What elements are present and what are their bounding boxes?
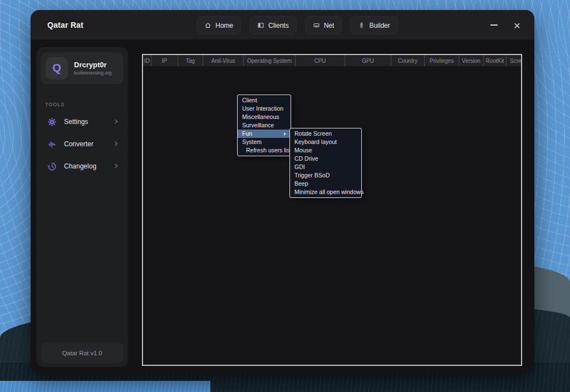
equalizer-icon: [45, 137, 58, 151]
nav-button-label: Builder: [369, 22, 390, 29]
submenu-arrow-icon: [284, 132, 286, 136]
submenu-item-gdi[interactable]: GDI: [290, 163, 361, 171]
submenu-item-cd-drive[interactable]: CD Drive: [290, 155, 361, 163]
close-icon: ×: [514, 19, 520, 31]
app-window: Qatar Rat Home Clients Net Builder: [31, 10, 534, 374]
nav-button-label: Clients: [268, 22, 289, 29]
home-icon: [204, 22, 212, 29]
tools-section-label: TOOLS: [45, 102, 65, 107]
profile-name: Drcrypt0r: [74, 61, 112, 69]
column-header-screen[interactable]: Screen: [507, 55, 521, 66]
history-icon: [45, 160, 58, 173]
column-header-ip[interactable]: IP: [151, 55, 178, 66]
profile-card: Q Drcrypt0r toolsreversing.org: [41, 52, 124, 84]
titlebar: Qatar Rat Home Clients Net Builder: [31, 10, 534, 40]
minimize-button[interactable]: [488, 19, 500, 31]
menu-item-user-interaction[interactable]: User Interaction: [238, 105, 291, 113]
nav-button-clients[interactable]: Clients: [249, 16, 297, 34]
builder-icon: [358, 22, 365, 29]
minimize-icon: [490, 24, 498, 26]
submenu-item-rotate-screen[interactable]: Rotate Screen: [290, 130, 361, 138]
menu-item-label: Fun: [242, 130, 252, 138]
nav-bar: Home Clients Net Builder: [196, 16, 398, 34]
column-header-privileges[interactable]: Privileges: [425, 55, 459, 66]
menu-item-fun[interactable]: Fun: [238, 130, 291, 138]
submenu-item-keyboard-layout[interactable]: Keyboard layout: [290, 138, 361, 146]
chevron-right-icon: [113, 139, 119, 149]
gear-icon: [45, 115, 58, 128]
close-button[interactable]: ×: [511, 19, 523, 31]
net-icon: [313, 22, 320, 29]
nav-button-label: Net: [324, 22, 335, 29]
column-header-antivirus[interactable]: Anti-Virus: [203, 55, 244, 66]
submenu-item-mouse[interactable]: Mouse: [290, 146, 361, 155]
column-header-tag[interactable]: Tag: [178, 55, 203, 66]
window-controls: ×: [488, 10, 523, 40]
profile-text: Drcrypt0r toolsreversing.org: [74, 61, 112, 76]
sidebar: Q Drcrypt0r toolsreversing.org TOOLS Set…: [36, 47, 128, 367]
menu-item-system[interactable]: System: [238, 138, 291, 146]
chevron-right-icon: [113, 117, 119, 127]
nav-button-builder[interactable]: Builder: [350, 16, 397, 34]
client-table-header: ID IP Tag Anti-Virus Operating System CP…: [143, 55, 521, 66]
menu-item-client[interactable]: Client: [238, 96, 291, 105]
sidebar-item-converter[interactable]: Converter: [40, 133, 125, 155]
avatar: Q: [46, 57, 68, 80]
submenu-item-trigger-bsod[interactable]: Trigger BSoD: [290, 171, 361, 180]
column-header-version[interactable]: Version: [459, 55, 484, 66]
clients-icon: [257, 22, 264, 29]
client-list-panel: ID IP Tag Anti-Virus Operating System CP…: [142, 54, 522, 366]
menu-item-surveillance[interactable]: Surveillance: [238, 121, 291, 130]
version-footer: Qatar Rat v1.0: [41, 343, 124, 363]
submenu-item-minimize-all-windows[interactable]: Minimize all open windows: [290, 188, 361, 196]
column-header-id[interactable]: ID: [143, 55, 151, 66]
menu-item-miscellaneous[interactable]: Miscellaneous: [238, 113, 291, 121]
fun-submenu: Rotate Screen Keyboard layout Mouse CD D…: [289, 128, 362, 198]
profile-subtitle: toolsreversing.org: [74, 70, 112, 76]
sidebar-item-label: Settings: [64, 118, 113, 126]
chevron-right-icon: [113, 161, 119, 171]
sidebar-item-changelog[interactable]: Changelog: [40, 155, 125, 177]
sidebar-item-label: Converter: [64, 140, 113, 148]
window-title: Qatar Rat: [47, 21, 83, 29]
column-header-cpu[interactable]: CPU: [296, 55, 345, 66]
column-header-rootkit[interactable]: RootKit: [484, 55, 507, 66]
column-header-gpu[interactable]: GPU: [345, 55, 391, 66]
column-header-os[interactable]: Operating System: [244, 55, 296, 66]
nav-button-home[interactable]: Home: [196, 16, 241, 34]
context-menu: Client User Interaction Miscellaneous Su…: [237, 95, 291, 156]
background-shore: [0, 381, 210, 392]
sidebar-items: Settings Converter Changelog: [40, 111, 125, 177]
desktop-background: Qatar Rat Home Clients Net Builder: [0, 0, 570, 392]
nav-button-label: Home: [215, 22, 233, 29]
submenu-item-beep[interactable]: Beep: [290, 180, 361, 188]
sidebar-item-settings[interactable]: Settings: [40, 111, 125, 133]
column-header-country[interactable]: Country: [391, 55, 425, 66]
nav-button-net[interactable]: Net: [305, 16, 342, 34]
menu-item-refresh-users-list[interactable]: Refresh users list: [238, 146, 291, 155]
sidebar-item-label: Changelog: [64, 162, 113, 170]
